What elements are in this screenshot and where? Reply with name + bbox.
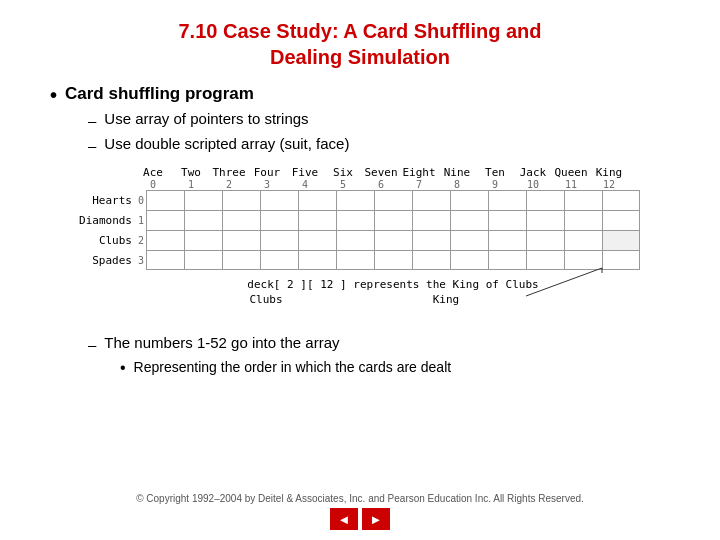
suit-label: Clubs	[80, 230, 136, 250]
grid-cell	[564, 210, 602, 230]
grid-cell	[374, 230, 412, 250]
col-header: Four	[248, 166, 286, 179]
col-index: 3	[248, 179, 286, 190]
table-row	[146, 190, 640, 210]
copyright-text: © Copyright 1992–2004 by Deitel & Associ…	[40, 487, 680, 504]
bullet-3-text: The numbers 1-52 go into the array	[104, 334, 339, 351]
grid-cell	[564, 250, 602, 270]
col-index: 0	[134, 179, 172, 190]
grid-cell	[412, 190, 450, 210]
col-header: Ace	[134, 166, 172, 179]
grid-cell	[222, 230, 260, 250]
bullet-3: – The numbers 1-52 go into the array	[88, 334, 680, 355]
col-index: 8	[438, 179, 476, 190]
grid-cell	[602, 250, 640, 270]
grid-cell	[564, 230, 602, 250]
bullet-1-text: Card shuffling program	[65, 84, 254, 104]
grid-cell	[602, 230, 640, 250]
grid-cell	[450, 210, 488, 230]
bullet-1: • Card shuffling program	[50, 84, 680, 106]
table-row	[146, 250, 640, 270]
grid-cell	[184, 250, 222, 270]
grid-cell	[260, 250, 298, 270]
col-index: 12	[590, 179, 628, 190]
col-header: Seven	[362, 166, 400, 179]
grid-cell	[374, 250, 412, 270]
col-index: 1	[172, 179, 210, 190]
grid-cell	[336, 190, 374, 210]
grid-cell	[564, 190, 602, 210]
slide-content: • Card shuffling program – Use array of …	[40, 84, 680, 487]
card-header-row: AceTwoThreeFourFiveSixSevenEightNineTenJ…	[134, 166, 640, 179]
grid-cell	[450, 190, 488, 210]
grid-cell	[602, 190, 640, 210]
grid-cell	[298, 210, 336, 230]
grid-cell	[412, 250, 450, 270]
col-index: 10	[514, 179, 552, 190]
grid-cell	[450, 250, 488, 270]
table-row	[146, 230, 640, 250]
bullet-dash-2: –	[88, 135, 96, 156]
bullet-dash-3: –	[88, 334, 96, 355]
bullet-dash: –	[88, 110, 96, 131]
grid-cell	[146, 250, 184, 270]
bullet-2b-text: Use double scripted array (suit, face)	[104, 135, 349, 152]
grid-cell	[298, 190, 336, 210]
bullet-3a: • Representing the order in which the ca…	[120, 359, 680, 377]
col-index: 4	[286, 179, 324, 190]
row-index: 3	[136, 250, 146, 270]
col-index: 5	[324, 179, 362, 190]
grid-cell	[336, 210, 374, 230]
grid-cell	[146, 230, 184, 250]
grid-cell	[526, 190, 564, 210]
row-index: 2	[136, 230, 146, 250]
col-header: Five	[286, 166, 324, 179]
grid-cell	[184, 230, 222, 250]
row-indices: 0123	[136, 190, 146, 270]
grid-cell	[184, 210, 222, 230]
suit-labels: HeartsDiamondsClubsSpades	[80, 190, 136, 270]
col-header: Jack	[514, 166, 552, 179]
bullet-2b: – Use double scripted array (suit, face)	[88, 135, 680, 156]
col-header: Nine	[438, 166, 476, 179]
grid-cell	[488, 230, 526, 250]
col-index: 2	[210, 179, 248, 190]
grid-cell	[298, 230, 336, 250]
grid-cell	[412, 210, 450, 230]
card-grid-area: AceTwoThreeFourFiveSixSevenEightNineTenJ…	[80, 166, 640, 328]
grid-cell	[146, 210, 184, 230]
grid-cell	[374, 210, 412, 230]
next-button[interactable]: ►	[362, 508, 390, 530]
grid-cell	[602, 210, 640, 230]
slide: 7.10 Case Study: A Card Shuffling and De…	[0, 0, 720, 540]
grid-cells	[146, 190, 640, 270]
grid-cell	[222, 190, 260, 210]
grid-cell	[222, 250, 260, 270]
grid-cell	[260, 210, 298, 230]
suit-label: Diamonds	[80, 210, 136, 230]
row-index: 0	[136, 190, 146, 210]
col-header: Two	[172, 166, 210, 179]
grid-cell	[488, 190, 526, 210]
grid-cell	[336, 250, 374, 270]
grid-cell	[526, 210, 564, 230]
col-index: 6	[362, 179, 400, 190]
col-header: Three	[210, 166, 248, 179]
row-index: 1	[136, 210, 146, 230]
annotation-area: deck[ 2 ][ 12 ] represents the King of C…	[146, 278, 640, 328]
grid-cell	[374, 190, 412, 210]
grid-cell	[488, 250, 526, 270]
suit-label: Hearts	[80, 190, 136, 210]
prev-button[interactable]: ◄	[330, 508, 358, 530]
grid-cell	[526, 230, 564, 250]
grid-cell	[526, 250, 564, 270]
grid-cell	[412, 230, 450, 250]
annotation-svg	[146, 278, 640, 328]
grid-cell	[146, 190, 184, 210]
grid-cell	[260, 230, 298, 250]
grid-cell	[336, 230, 374, 250]
col-header: Six	[324, 166, 362, 179]
col-header: Ten	[476, 166, 514, 179]
suit-label: Spades	[80, 250, 136, 270]
col-index: 7	[400, 179, 438, 190]
